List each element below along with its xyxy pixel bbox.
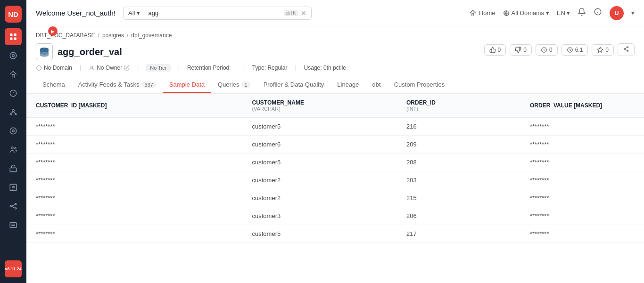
sidebar-item-home[interactable] <box>5 66 22 83</box>
edit-owner-icon[interactable] <box>124 65 130 71</box>
sidebar-item-quality[interactable] <box>5 217 22 234</box>
tab-activity-badge: 337 <box>142 81 156 88</box>
cell-customer-id: ******** <box>26 118 243 136</box>
sidebar-toggle-button[interactable]: ▶ <box>48 26 58 36</box>
cell-order-id: 216 <box>397 118 520 136</box>
breadcrumb-governance[interactable]: dbt_governance <box>131 32 172 39</box>
cell-customer-name: customer5 <box>243 225 397 243</box>
sidebar-item-governance[interactable] <box>5 160 22 177</box>
svg-line-43 <box>625 48 627 49</box>
home-button[interactable]: Home <box>469 9 495 17</box>
tab-sample-label: Sample Data <box>169 81 205 88</box>
svg-point-25 <box>15 208 17 209</box>
svg-marker-39 <box>597 47 603 52</box>
star-count: 0 <box>605 47 609 53</box>
cell-order-value: ******** <box>520 136 644 154</box>
sidebar-item-dashboard[interactable] <box>5 28 22 45</box>
tabs-bar: Schema Activity Feeds & Tasks 337 Sample… <box>26 77 644 93</box>
sidebar-item-reports[interactable] <box>5 179 22 196</box>
user-avatar[interactable]: U <box>610 6 624 20</box>
svg-point-40 <box>627 47 628 48</box>
table-row: ******** customer5 216 ******** <box>26 118 644 136</box>
domains-label: All Domains <box>512 9 544 16</box>
main-content: Welcome User_not_auth! All ▾ ctrl K ✕ Ho… <box>26 0 644 283</box>
info-button[interactable] <box>594 8 602 18</box>
owner-icon <box>89 65 95 71</box>
cell-order-id: 203 <box>397 171 520 189</box>
sidebar-item-settings[interactable] <box>5 122 22 139</box>
table-row: ******** customer2 203 ******** <box>26 171 644 189</box>
ctrl-key: ctrl <box>286 10 292 16</box>
cell-customer-name: customer6 <box>243 136 397 154</box>
version-count: 6.1 <box>575 47 583 53</box>
like-icon <box>489 47 496 53</box>
entity-title-row: agg_order_val <box>36 43 122 60</box>
cell-customer-id: ******** <box>26 225 243 243</box>
domains-icon <box>503 10 510 16</box>
tab-lineage[interactable]: Lineage <box>330 77 365 93</box>
svg-rect-3 <box>14 38 17 40</box>
cell-customer-name: customer5 <box>243 154 397 171</box>
notifications-button[interactable] <box>578 8 586 18</box>
tab-custom-props[interactable]: Custom Properties <box>388 77 452 93</box>
cell-customer-id: ******** <box>26 154 243 171</box>
user-menu-chevron[interactable]: ▾ <box>631 9 635 16</box>
lang-chevron: ▾ <box>567 9 570 16</box>
svg-rect-2 <box>10 38 12 40</box>
views-button[interactable]: 0 <box>536 44 558 56</box>
search-shortcut: ctrl K <box>284 10 298 16</box>
cell-customer-id: ******** <box>26 189 243 207</box>
meta-row: No Domain | No Owner | No Tier | Retenti… <box>26 60 644 75</box>
tab-queries[interactable]: Queries 1 <box>211 77 257 93</box>
tab-queries-badge: 1 <box>242 81 250 88</box>
cell-customer-name: customer3 <box>243 207 397 225</box>
sidebar-item-insights[interactable] <box>5 85 22 102</box>
app-logo: ND <box>5 6 22 23</box>
cell-order-id: 215 <box>397 189 520 207</box>
navbar: Welcome User_not_auth! All ▾ ctrl K ✕ Ho… <box>26 0 644 26</box>
table-row: ******** customer3 206 ******** <box>26 207 644 225</box>
search-bar[interactable]: All ▾ ctrl K ✕ <box>123 7 312 20</box>
sample-data-table: CUSTOMER_ID [MASKED] CUSTOMER_NAME (VARC… <box>26 93 644 243</box>
search-filter[interactable]: All ▾ <box>128 9 144 16</box>
domain-meta: No Domain <box>36 65 72 71</box>
svg-line-26 <box>11 204 15 206</box>
tab-lineage-label: Lineage <box>337 81 359 88</box>
svg-rect-18 <box>10 168 17 172</box>
sidebar-item-explore[interactable] <box>5 47 22 64</box>
tab-activity[interactable]: Activity Feeds & Tasks 337 <box>72 77 163 93</box>
tab-schema[interactable]: Schema <box>36 77 72 93</box>
sidebar-item-domains[interactable] <box>5 104 22 121</box>
tab-dbt[interactable]: dbt <box>366 77 388 93</box>
sidebar-item-lineage[interactable] <box>5 198 22 215</box>
share-button[interactable] <box>618 43 635 56</box>
svg-line-12 <box>11 112 13 113</box>
star-button[interactable]: 0 <box>592 44 614 56</box>
cell-order-id: 206 <box>397 207 520 225</box>
entity-name: agg_order_val <box>58 47 122 57</box>
svg-point-24 <box>15 203 17 205</box>
like-button[interactable]: 0 <box>484 44 506 56</box>
version-button[interactable]: 6.1 <box>561 44 588 56</box>
search-input[interactable] <box>148 9 281 16</box>
cell-customer-id: ******** <box>26 207 243 225</box>
language-selector[interactable]: EN ▾ <box>557 9 570 16</box>
sidebar-item-people[interactable] <box>5 141 22 158</box>
cell-order-id: 217 <box>397 225 520 243</box>
search-clear-button[interactable]: ✕ <box>301 9 306 17</box>
breadcrumb-schema[interactable]: postgres <box>102 32 124 39</box>
dislike-button[interactable]: 0 <box>510 44 532 56</box>
share-icon <box>623 46 629 52</box>
tab-profiler[interactable]: Profiler & Data Quality <box>257 77 331 93</box>
domains-selector[interactable]: All Domains ▾ <box>503 9 549 16</box>
app-version: v6.11.24 <box>5 260 22 277</box>
dislike-count: 0 <box>523 47 527 53</box>
page-content: DBT_POC_DATABASE / postgres / dbt_govern… <box>26 26 644 283</box>
table-row: ******** customer5 217 ******** <box>26 225 644 243</box>
cell-customer-name: customer2 <box>243 189 397 207</box>
cell-customer-id: ******** <box>26 136 243 154</box>
col-header-customer-id: CUSTOMER_ID [MASKED] <box>26 94 243 118</box>
breadcrumb-db[interactable]: DBT_POC_DATABASE <box>36 32 95 39</box>
tab-sample-data[interactable]: Sample Data <box>163 77 211 93</box>
home-label: Home <box>479 9 495 16</box>
